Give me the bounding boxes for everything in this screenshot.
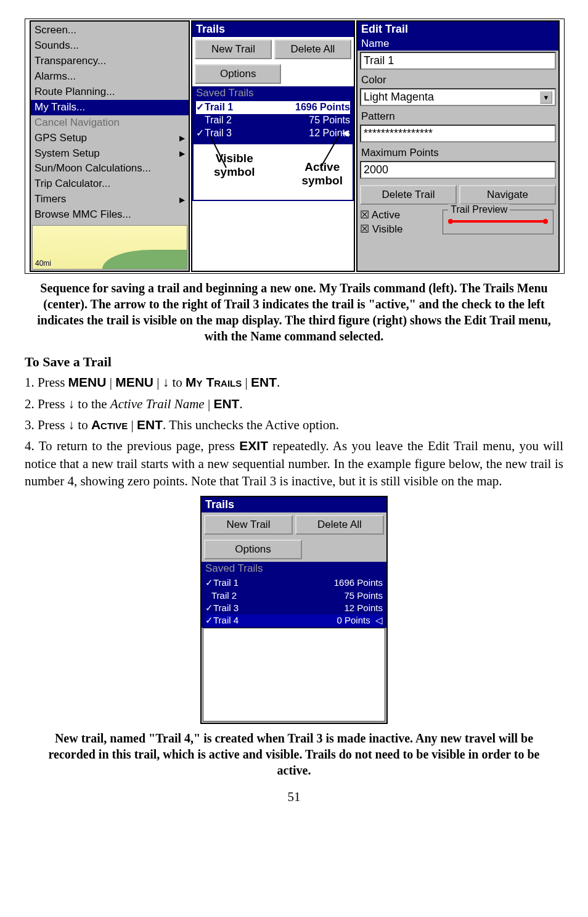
saved-trails-header: Saved Trails	[202, 562, 386, 575]
trail-name: Trail 1	[205, 102, 233, 112]
checkbox-label: Active	[372, 209, 400, 221]
trail-row[interactable]: ✓Trail 3 12 Points ◀	[196, 127, 350, 140]
menu-route-planning[interactable]: Route Planning...	[31, 84, 189, 100]
menu-list: Screen... Sounds... Transparency... Alar…	[31, 22, 189, 224]
trail-points: 75 Points	[344, 590, 383, 602]
section-heading: To Save a Trail	[25, 354, 563, 370]
navigate-button[interactable]: Navigate	[459, 185, 556, 205]
key-active: Active	[91, 417, 128, 432]
page-number: 51	[25, 789, 563, 805]
menu-label: GPS Setup	[35, 131, 87, 146]
new-trail-button[interactable]: New Trail	[204, 515, 293, 535]
saved-trails-header: Saved Trails	[192, 86, 354, 100]
chevron-down-icon[interactable]: ▼	[540, 91, 552, 104]
visible-symbol-label: Visible symbol	[214, 152, 255, 179]
text: to	[75, 417, 91, 432]
text: 3. Press	[25, 417, 68, 432]
check-icon: ✓	[205, 615, 213, 625]
menu-screen[interactable]: Screen...	[31, 23, 189, 38]
label-text: symbol	[214, 165, 255, 178]
down-arrow-icon: ↓	[68, 397, 75, 411]
panel-trails: Trails New Trail Delete All Options Save…	[191, 20, 355, 272]
menu-label: System Setup	[35, 147, 100, 161]
active-checkbox[interactable]: ☒ Active	[360, 208, 436, 221]
new-trail-button[interactable]: New Trail	[195, 39, 272, 59]
trail-name: Trail 3	[205, 128, 232, 138]
text: .	[277, 375, 280, 390]
menu-label: Trip Calculator...	[35, 177, 110, 191]
trail-row[interactable]: Trail 2 75 Points	[205, 590, 383, 602]
trail-preview-line	[448, 220, 548, 223]
italic-text: Active Trail Name	[110, 397, 205, 411]
field-value: 2000	[364, 163, 388, 176]
check-icon: ✓	[196, 127, 205, 140]
trail-list: ✓Trail 1 1696 Points Trail 2 75 Points ✓…	[192, 100, 354, 201]
trail-points: 1696 Points	[334, 577, 383, 589]
menu-sounds[interactable]: Sounds...	[31, 38, 189, 54]
blank-list-area	[203, 628, 385, 722]
trail-name: Trail 4	[213, 615, 239, 625]
down-arrow-icon: ↓	[163, 375, 169, 389]
options-button[interactable]: Options	[195, 64, 281, 84]
text: 2. Press	[25, 397, 68, 411]
menu-system-setup[interactable]: System Setup▶	[31, 146, 189, 162]
trail-name: Trail 2	[211, 590, 237, 601]
menu-label: Route Planning...	[35, 85, 115, 99]
menu-sunmoon[interactable]: Sun/Moon Calculations...	[31, 161, 189, 176]
step-1: 1. Press MENU | MENU | ↓ to My Trails | …	[25, 374, 563, 391]
edit-trail-buttons: Delete Trail Navigate	[357, 183, 558, 207]
field-value: ****************	[364, 127, 433, 140]
text: |	[128, 417, 137, 432]
menu-cancel-navigation: Cancel Navigation	[31, 115, 189, 131]
menu-trip-calc[interactable]: Trip Calculator...	[31, 176, 189, 192]
trails-options-row: Options	[202, 537, 386, 562]
menu-label: Sounds...	[35, 39, 79, 53]
trails-title: Trails	[202, 497, 386, 512]
text: 1. Press	[25, 375, 68, 390]
delete-trail-button[interactable]: Delete Trail	[360, 185, 457, 205]
menu-label: Cancel Navigation	[35, 116, 120, 130]
trail-points: 75 Points	[309, 114, 350, 127]
trail-row[interactable]: Trail 2 75 Points	[196, 114, 350, 127]
key-ent: ENT	[251, 375, 277, 389]
checkbox-label: Visible	[372, 223, 403, 235]
key-ent: ENT	[137, 417, 163, 432]
menu-gps-setup[interactable]: GPS Setup▶	[31, 131, 189, 146]
trail-points: 0 Points	[337, 615, 370, 625]
map-scale-label: 40mi	[35, 259, 51, 268]
trails-options-row: Options	[192, 62, 354, 86]
menu-transparency[interactable]: Transparency...	[31, 54, 189, 69]
trail-points: 12 Points	[344, 602, 383, 614]
menu-label: Browse MMC Files...	[35, 208, 131, 222]
trail-list: ✓Trail 1 1696 Points Trail 2 75 Points ✓…	[202, 575, 386, 628]
trail-row[interactable]: ✓Trail 1 1696 Points	[196, 101, 350, 114]
pattern-field[interactable]: ****************	[360, 125, 556, 142]
maxpoints-label: Maximum Points	[357, 146, 558, 160]
visible-checkbox[interactable]: ☒ Visible	[360, 223, 436, 236]
maxpoints-field[interactable]: 2000	[360, 161, 556, 179]
menu-my-trails[interactable]: My Trails...	[31, 100, 189, 115]
options-button[interactable]: Options	[204, 540, 302, 559]
text: |	[205, 397, 214, 411]
menu-alarms[interactable]: Alarms...	[31, 69, 189, 84]
text: to the	[75, 397, 110, 411]
check-icon: ✓	[196, 101, 205, 114]
menu-browse-mmc[interactable]: Browse MMC Files...	[31, 207, 189, 223]
name-field[interactable]: Trail 1	[360, 52, 556, 70]
trail-row[interactable]: ✓Trail 1 1696 Points	[205, 577, 383, 589]
delete-all-button[interactable]: Delete All	[274, 39, 351, 59]
delete-all-button[interactable]: Delete All	[295, 515, 384, 535]
check-icon: ✓	[205, 577, 213, 588]
trail-preview-legend: Trail Preview	[448, 204, 510, 215]
label-text: Active	[304, 160, 340, 173]
trail-row[interactable]: ✓Trail 4 0 Points ◁	[205, 614, 383, 627]
color-field[interactable]: Light Magenta ▼	[360, 88, 556, 106]
active-arrow-icon: ◁	[375, 615, 383, 625]
menu-timers[interactable]: Timers▶	[31, 192, 189, 207]
key-menu: MENU	[115, 375, 153, 389]
chevron-right-icon: ▶	[179, 195, 185, 205]
trail-row[interactable]: ✓Trail 3 12 Points	[205, 602, 383, 614]
panel-menu: Screen... Sounds... Transparency... Alar…	[30, 20, 190, 272]
trails-title: Trails	[192, 22, 354, 37]
trail-name: Trail 2	[205, 115, 232, 125]
